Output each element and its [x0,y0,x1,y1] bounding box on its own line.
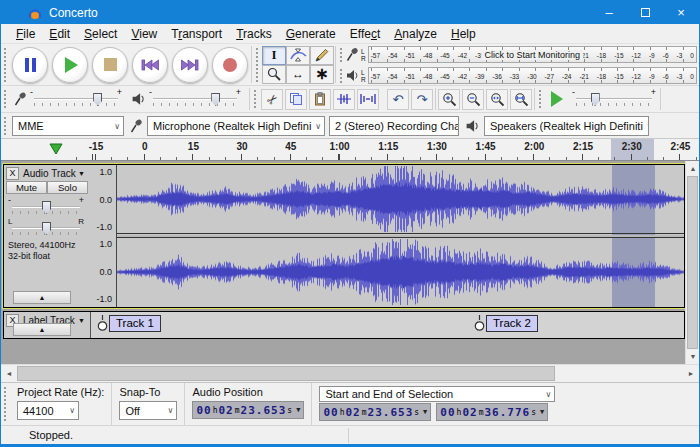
menu-help[interactable]: Help [444,25,483,43]
cut-button[interactable]: ✂ [261,89,283,110]
maximize-button[interactable] [627,1,663,24]
multi-tool-button[interactable]: ∗ [310,65,334,84]
stop-button[interactable] [92,47,128,83]
audio-position-field[interactable]: 00h02m23.653s▼ [192,401,304,419]
edit-toolbar-grip[interactable] [253,89,258,109]
track-title-menu[interactable]: Audio Track▼ [19,167,88,180]
label-handle-icon[interactable] [474,315,485,335]
menu-view[interactable]: View [124,25,164,43]
menu-analyze[interactable]: Analyze [387,25,444,43]
selection-toolbar-grip[interactable] [3,386,8,422]
label-text[interactable]: Track 2 [486,315,538,332]
copy-button[interactable] [285,89,307,110]
draw-tool-button[interactable] [310,46,334,65]
transport-toolbar-grip[interactable] [3,47,8,82]
menu-transport[interactable]: Transport [164,25,229,43]
device-toolbar-grip[interactable] [3,116,8,135]
horizontal-scrollbar-thumb[interactable] [17,366,555,381]
snap-to-select[interactable]: Off∨ [119,401,177,420]
minimize-button[interactable]: – [591,1,627,24]
timefield-dropdown-icon[interactable]: ▼ [540,408,544,416]
recording-volume-slider[interactable]: - + [30,90,122,108]
gain-slider[interactable]: - + [8,198,84,216]
playback-speed-slider[interactable]: - + [572,90,656,108]
menu-effect[interactable]: Effect [343,25,387,43]
menu-edit[interactable]: Edit [42,25,77,43]
pan-slider[interactable]: L R [8,219,84,237]
timefield-dropdown-icon[interactable]: ▼ [296,406,300,414]
solo-button[interactable]: Solo [47,181,88,194]
time-shift-tool-button[interactable]: ↔ [286,65,310,84]
slider-plus-label: + [236,87,241,97]
waveform-area[interactable] [116,165,684,307]
quick-play-pin-icon[interactable] [49,143,63,155]
vertical-scrollbar[interactable]: ▲ ▼ [685,161,699,364]
selection-start-field[interactable]: 00h02m23.653s▼ [319,403,431,421]
mixer-toolbar-grip[interactable] [3,89,8,109]
zoom-in-button[interactable] [438,89,460,110]
scroll-left-arrow[interactable]: ◄ [1,365,17,382]
audio-host-select[interactable]: MME∨ [12,116,124,136]
monitor-hint[interactable]: Click to Start Monitoring [482,50,584,60]
scroll-up-arrow[interactable]: ▲ [686,161,700,176]
playback-volume-slider[interactable]: - + [149,90,241,108]
zoom-out-button[interactable] [462,89,484,110]
playback-device-select[interactable]: Speakers (Realtek High Definiti∨ [484,116,649,136]
time-ruler[interactable]: -1501530451:001:151:301:452:002:152:302:… [63,139,699,160]
trim-audio-button[interactable] [333,89,355,110]
label-text[interactable]: Track 1 [109,315,161,332]
recording-channels-select[interactable]: 2 (Stereo) Recording Channels∨ [329,116,459,136]
playback-meter-grip[interactable] [339,68,344,83]
scroll-down-arrow[interactable]: ▼ [686,349,700,364]
label-track-content[interactable]: Track 1Track 2 [90,312,684,338]
label-track[interactable]: X Label Track▼ ▲ Track 1Track 2 [3,311,685,339]
paste-button[interactable] [309,89,331,110]
play-at-speed-grip[interactable] [538,89,543,109]
label-flag[interactable]: Track 1 [97,315,161,335]
audio-track[interactable]: X Audio Track▼ Mute Solo - + L R [3,164,685,308]
menu-file[interactable]: File [9,25,42,43]
label-handle-icon[interactable] [97,315,108,335]
horizontal-scrollbar[interactable]: ◄ ► [1,364,699,382]
zoom-selection-button[interactable] [486,89,508,110]
close-button[interactable]: × [663,1,699,24]
play-button[interactable] [52,47,88,83]
menu-select[interactable]: Select [77,25,124,43]
play-at-speed-button[interactable] [551,91,563,107]
record-button[interactable] [212,47,248,83]
recording-meter-grip[interactable] [339,47,344,62]
recording-device-select[interactable]: Microphone (Realtek High Defini∨ [147,116,325,136]
waveform-right-channel[interactable] [117,237,684,306]
skip-to-end-button[interactable] [172,47,208,83]
collapse-track-button[interactable]: ▲ [13,291,71,304]
timefield-dropdown-icon[interactable]: ▼ [423,408,427,416]
undo-button[interactable]: ↶ [387,89,409,110]
zoom-fit-button[interactable] [510,89,532,110]
label-flag[interactable]: Track 2 [474,315,538,335]
playback-meter-bar[interactable]: -57-54-51-48-45-42-39-36-33-30-27-24-21-… [368,67,697,84]
collapse-track-button[interactable]: ▲ [13,323,71,336]
vertical-scale-ruler[interactable]: 1.00.0-1.01.00.0-1.0 [90,165,116,307]
silence-audio-button[interactable] [357,89,379,110]
playback-meter[interactable]: LR -57-54-51-48-45-42-39-36-33-30-27-24-… [337,65,697,86]
tools-toolbar-grip[interactable] [255,47,260,82]
close-track-button[interactable]: X [6,167,19,180]
timeline[interactable]: -1501530451:001:151:301:452:002:152:302:… [1,139,699,161]
vertical-scrollbar-thumb[interactable] [687,176,698,349]
selection-end-field[interactable]: 00h02m36.776s▼ [436,403,548,421]
project-rate-select[interactable]: 44100∨ [17,401,79,420]
selection-tool-button[interactable]: I [262,46,286,65]
redo-button[interactable]: ↷ [411,89,433,110]
pause-button[interactable] [12,47,48,83]
menu-tracks[interactable]: Tracks [229,25,279,43]
envelope-tool-button[interactable] [286,46,310,65]
mute-button[interactable]: Mute [6,181,47,194]
recording-meter[interactable]: LR -57-54-51-48-45-42-39-36-33-30-27-24-… [337,44,697,65]
waveform-left-channel[interactable] [117,165,684,234]
scroll-right-arrow[interactable]: ► [683,365,699,382]
recording-meter-bar[interactable]: -57-54-51-48-45-42-39-36-33-30-27-24-21-… [368,46,697,63]
skip-to-start-button[interactable] [132,47,168,83]
menu-generate[interactable]: Generate [279,25,343,43]
zoom-tool-button[interactable] [262,65,286,84]
selection-mode-select[interactable]: Start and End of Selection∨ [319,386,555,402]
